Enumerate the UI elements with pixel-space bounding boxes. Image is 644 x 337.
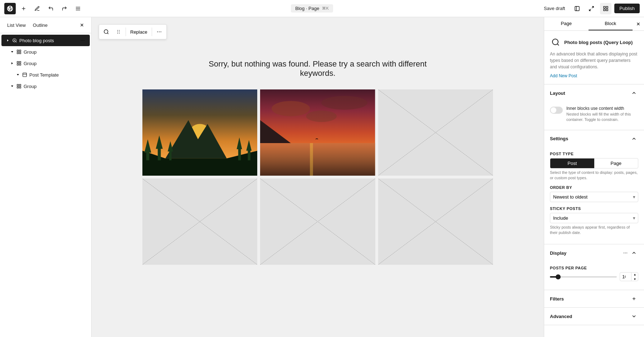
- svg-point-15: [81, 40, 82, 41]
- settings-body: POST TYPE Post Page Select the type of c…: [544, 147, 644, 244]
- inner-blocks-toggle-desc: Nested blocks will fill the width of thi…: [566, 112, 638, 123]
- post-type-label: POST TYPE: [550, 152, 638, 156]
- svg-point-67: [625, 253, 626, 253]
- post-type-setting: POST TYPE Post Page Select the type of c…: [550, 152, 638, 181]
- sidebar-item-label-post-template: Post Template: [29, 72, 87, 78]
- document-info[interactable]: Blog · Page ⌘K: [291, 4, 333, 13]
- settings-collapse-icon: [630, 135, 638, 143]
- filters-section: Filters: [544, 290, 644, 308]
- save-draft-button[interactable]: Save draft: [540, 4, 569, 13]
- sidebar-item-group-1[interactable]: Group: [1, 46, 90, 58]
- tab-block[interactable]: Block: [589, 17, 633, 30]
- tree-toggle-group-2[interactable]: [9, 60, 16, 67]
- sidebar-close-button[interactable]: [77, 20, 87, 30]
- main-area: List View Outline Photo blog posts: [0, 17, 644, 337]
- block-toolbar: Replace: [99, 24, 167, 39]
- filters-add-button[interactable]: [630, 294, 638, 303]
- tree-toggle-group-1[interactable]: [9, 48, 16, 55]
- svg-rect-28: [17, 84, 19, 86]
- fullscreen-button[interactable]: [586, 3, 597, 14]
- sidebar-item-label-group-2: Group: [24, 61, 87, 66]
- document-title: Blog · Page: [295, 6, 319, 11]
- right-sidebar-tabs: Page Block: [544, 17, 644, 31]
- tab-page[interactable]: Page: [544, 17, 589, 30]
- block-info: Photo blog posts (Query Loop) An advance…: [544, 31, 644, 84]
- sticky-posts-select[interactable]: Include Exclude Only: [550, 213, 638, 223]
- spinner-down-button[interactable]: ▼: [631, 277, 638, 282]
- post-type-post-button[interactable]: Post: [550, 158, 594, 168]
- settings-header[interactable]: Settings: [544, 130, 644, 147]
- sidebar-item-label-group-1: Group: [24, 49, 87, 55]
- filters-header[interactable]: Filters: [544, 290, 644, 307]
- svg-point-39: [157, 31, 158, 32]
- publish-button[interactable]: Publish: [614, 4, 640, 13]
- more-options-button[interactable]: [153, 26, 165, 38]
- spinner-up-button[interactable]: ▲: [631, 272, 638, 277]
- drag-handle[interactable]: [113, 26, 124, 38]
- display-collapse-icon: [630, 249, 638, 257]
- layout-header[interactable]: Layout: [544, 84, 644, 102]
- add-new-post-link[interactable]: Add New Post: [550, 73, 577, 78]
- inner-blocks-toggle-label: Inner blocks use content width: [566, 106, 638, 111]
- display-title: Display: [550, 250, 621, 256]
- block-info-header: Photo blog posts (Query Loop): [550, 36, 638, 48]
- replace-button[interactable]: Replace: [127, 28, 150, 36]
- sidebar-item-label-group-3: Group: [24, 84, 87, 89]
- settings-title: Settings: [550, 136, 630, 141]
- sticky-posts-setting: STICKY POSTS Include Exclude Only Sticky…: [550, 206, 638, 236]
- tools-button[interactable]: [31, 3, 43, 14]
- svg-rect-8: [604, 6, 605, 8]
- display-more-button[interactable]: [621, 249, 630, 257]
- sidebar-item-photo-blog-posts[interactable]: Photo blog posts: [1, 35, 90, 46]
- document-overview-button[interactable]: [72, 3, 84, 14]
- posts-per-page-slider[interactable]: [550, 276, 617, 278]
- undo-button[interactable]: [45, 3, 57, 14]
- svg-point-32: [104, 30, 108, 34]
- post-type-page-button[interactable]: Page: [594, 158, 638, 168]
- svg-point-40: [159, 31, 160, 32]
- layout-body: Inner blocks use content width Nested bl…: [544, 102, 644, 130]
- sidebar-item-more-photo-blog-posts[interactable]: [78, 36, 87, 45]
- toolbar-right: Save draft Publish: [540, 3, 640, 14]
- svg-rect-60: [260, 143, 375, 176]
- outline-tab[interactable]: Outline: [30, 21, 50, 29]
- svg-rect-26: [23, 73, 27, 77]
- right-sidebar-close[interactable]: [633, 18, 644, 30]
- sidebar-item-group-2[interactable]: Group: [1, 58, 90, 69]
- svg-point-34: [119, 30, 119, 31]
- inner-blocks-toggle[interactable]: [550, 107, 563, 114]
- list-view-tab[interactable]: List View: [4, 21, 29, 29]
- settings-button[interactable]: [600, 3, 611, 14]
- block-info-icon: [550, 36, 561, 48]
- group-icon-2: [16, 60, 22, 67]
- display-header[interactable]: Display: [544, 244, 644, 262]
- svg-point-35: [117, 31, 118, 32]
- svg-line-6: [592, 6, 594, 8]
- svg-rect-24: [17, 64, 19, 65]
- photo-cell-2: [260, 89, 375, 176]
- tree-toggle-group-3[interactable]: [9, 83, 16, 90]
- svg-rect-9: [606, 6, 608, 8]
- preview-button[interactable]: [571, 3, 583, 14]
- svg-rect-52: [238, 148, 241, 160]
- svg-rect-11: [606, 9, 608, 11]
- group-icon-1: [16, 49, 22, 55]
- svg-rect-21: [19, 52, 21, 54]
- redo-button[interactable]: [59, 3, 70, 14]
- layout-collapse-icon: [630, 89, 638, 97]
- block-type-button[interactable]: [101, 26, 112, 38]
- sidebar-header: List View Outline: [0, 17, 91, 33]
- layout-title: Layout: [550, 91, 630, 96]
- advanced-header[interactable]: Advanced: [544, 308, 644, 325]
- svg-point-58: [322, 96, 368, 110]
- order-by-select[interactable]: Newest to oldest Oldest to newest A → Z …: [550, 192, 638, 202]
- sidebar-item-group-3[interactable]: Group: [1, 80, 90, 92]
- toolbar-divider-2: [152, 28, 152, 36]
- toolbar-divider: [126, 28, 126, 36]
- sidebar-item-post-template[interactable]: Post Template: [1, 69, 90, 80]
- tree-toggle-photo-blog-posts[interactable]: [4, 37, 11, 44]
- block-info-title: Photo blog posts (Query Loop): [564, 40, 633, 45]
- photo-cell-5: [260, 179, 375, 265]
- add-block-button[interactable]: [18, 3, 29, 14]
- tree-toggle-post-template[interactable]: [14, 71, 21, 78]
